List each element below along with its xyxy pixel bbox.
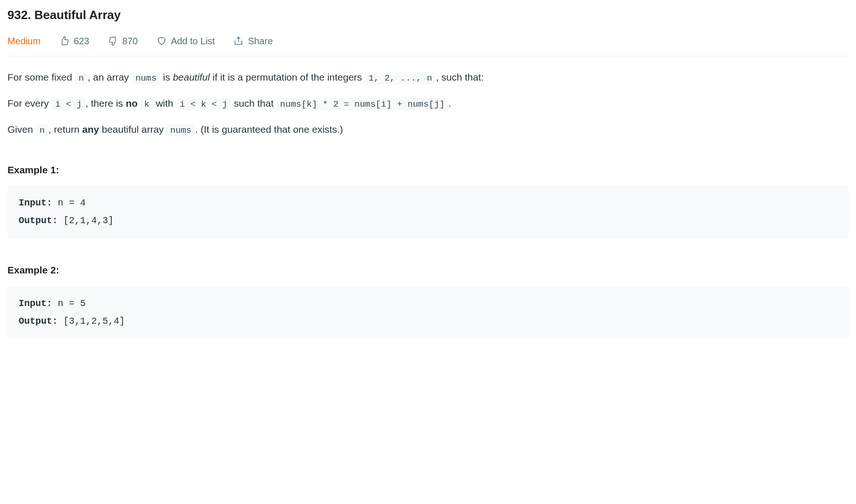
example-input-label: Input: <box>19 198 52 208</box>
example-heading: Example 1: <box>7 162 849 178</box>
code-inline: n <box>36 124 48 136</box>
thumbs-up-icon <box>59 36 69 46</box>
share-button[interactable]: Share <box>233 34 272 48</box>
example-output-value: [3,1,2,5,4] <box>58 316 125 327</box>
difficulty-badge: Medium <box>7 34 41 48</box>
dislike-button[interactable]: 870 <box>108 34 138 48</box>
code-inline: 1, 2, ..., n <box>365 72 436 84</box>
example-input-value: n = 4 <box>52 198 86 208</box>
add-to-list-button[interactable]: Add to List <box>156 34 215 48</box>
example-input-value: n = 5 <box>52 298 86 309</box>
thumbs-down-icon <box>108 36 118 46</box>
example-output-label: Output: <box>19 316 58 327</box>
description-paragraph: Given n, return any beautiful array nums… <box>7 122 849 137</box>
like-count: 623 <box>74 34 89 48</box>
problem-description: For some fixed n, an array nums is beaut… <box>7 69 849 138</box>
example-block: Input: n = 5 Output: [3,1,2,5,4] <box>7 286 849 339</box>
problem-title: 932. Beautiful Array <box>7 6 849 25</box>
heart-icon <box>156 36 167 46</box>
code-inline: i < j <box>52 98 86 110</box>
description-paragraph: For every i < j, there is no k with i < … <box>7 95 849 111</box>
add-to-list-label: Add to List <box>171 34 215 48</box>
code-inline: nums <box>166 124 195 136</box>
example-output-value: [2,1,4,3] <box>58 215 114 226</box>
example-input-label: Input: <box>19 298 52 309</box>
code-inline: i < k < j <box>176 98 231 110</box>
code-inline: n <box>75 72 88 84</box>
example-output-label: Output: <box>19 215 58 226</box>
dislike-count: 870 <box>122 34 138 48</box>
like-button[interactable]: 623 <box>59 34 89 48</box>
meta-row: Medium 623 870 Add to List Share <box>7 34 849 56</box>
code-inline: nums[k] * 2 = nums[i] + nums[j] <box>276 98 448 110</box>
code-inline: k <box>140 98 153 110</box>
example-block: Input: n = 4 Output: [2,1,4,3] <box>7 186 849 238</box>
code-inline: nums <box>132 72 161 84</box>
example-heading: Example 2: <box>7 262 849 278</box>
share-label: Share <box>248 34 272 48</box>
description-paragraph: For some fixed n, an array nums is beaut… <box>7 69 849 85</box>
share-icon <box>233 36 244 46</box>
